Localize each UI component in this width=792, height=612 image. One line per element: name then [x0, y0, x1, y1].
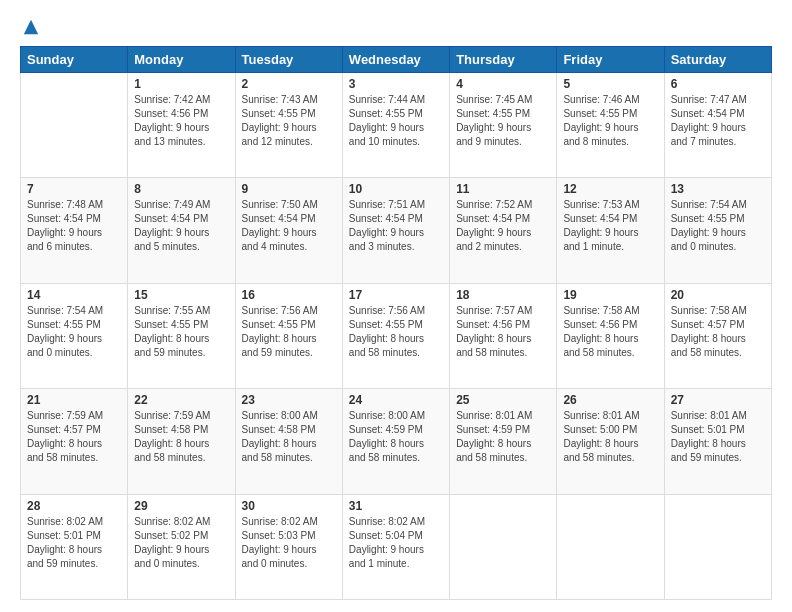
calendar-day-cell: 2Sunrise: 7:43 AMSunset: 4:55 PMDaylight… [235, 73, 342, 178]
calendar-day-cell: 31Sunrise: 8:02 AMSunset: 5:04 PMDayligh… [342, 494, 449, 599]
calendar-day-cell: 27Sunrise: 8:01 AMSunset: 5:01 PMDayligh… [664, 389, 771, 494]
day-info: Sunrise: 7:52 AMSunset: 4:54 PMDaylight:… [456, 198, 550, 254]
day-info: Sunrise: 8:02 AMSunset: 5:03 PMDaylight:… [242, 515, 336, 571]
day-of-week-header: Friday [557, 47, 664, 73]
calendar-day-cell: 19Sunrise: 7:58 AMSunset: 4:56 PMDayligh… [557, 283, 664, 388]
calendar-day-cell: 28Sunrise: 8:02 AMSunset: 5:01 PMDayligh… [21, 494, 128, 599]
day-number: 19 [563, 288, 657, 302]
day-of-week-header: Thursday [450, 47, 557, 73]
calendar-day-cell: 22Sunrise: 7:59 AMSunset: 4:58 PMDayligh… [128, 389, 235, 494]
calendar-day-cell: 14Sunrise: 7:54 AMSunset: 4:55 PMDayligh… [21, 283, 128, 388]
day-number: 25 [456, 393, 550, 407]
day-of-week-header: Saturday [664, 47, 771, 73]
day-info: Sunrise: 8:01 AMSunset: 5:00 PMDaylight:… [563, 409, 657, 465]
calendar-week-row: 21Sunrise: 7:59 AMSunset: 4:57 PMDayligh… [21, 389, 772, 494]
day-number: 10 [349, 182, 443, 196]
day-number: 20 [671, 288, 765, 302]
calendar-day-cell: 17Sunrise: 7:56 AMSunset: 4:55 PMDayligh… [342, 283, 449, 388]
day-info: Sunrise: 7:58 AMSunset: 4:56 PMDaylight:… [563, 304, 657, 360]
day-info: Sunrise: 7:53 AMSunset: 4:54 PMDaylight:… [563, 198, 657, 254]
day-of-week-header: Monday [128, 47, 235, 73]
day-info: Sunrise: 8:02 AMSunset: 5:02 PMDaylight:… [134, 515, 228, 571]
calendar-day-cell: 5Sunrise: 7:46 AMSunset: 4:55 PMDaylight… [557, 73, 664, 178]
day-info: Sunrise: 7:58 AMSunset: 4:57 PMDaylight:… [671, 304, 765, 360]
day-number: 29 [134, 499, 228, 513]
day-info: Sunrise: 7:45 AMSunset: 4:55 PMDaylight:… [456, 93, 550, 149]
logo-icon [22, 18, 40, 36]
calendar-day-cell: 16Sunrise: 7:56 AMSunset: 4:55 PMDayligh… [235, 283, 342, 388]
calendar-day-cell: 4Sunrise: 7:45 AMSunset: 4:55 PMDaylight… [450, 73, 557, 178]
calendar-day-cell: 26Sunrise: 8:01 AMSunset: 5:00 PMDayligh… [557, 389, 664, 494]
calendar-day-cell: 1Sunrise: 7:42 AMSunset: 4:56 PMDaylight… [128, 73, 235, 178]
day-info: Sunrise: 7:48 AMSunset: 4:54 PMDaylight:… [27, 198, 121, 254]
day-info: Sunrise: 7:47 AMSunset: 4:54 PMDaylight:… [671, 93, 765, 149]
day-of-week-header: Sunday [21, 47, 128, 73]
day-number: 22 [134, 393, 228, 407]
calendar-day-cell: 3Sunrise: 7:44 AMSunset: 4:55 PMDaylight… [342, 73, 449, 178]
day-info: Sunrise: 7:59 AMSunset: 4:57 PMDaylight:… [27, 409, 121, 465]
day-info: Sunrise: 7:57 AMSunset: 4:56 PMDaylight:… [456, 304, 550, 360]
day-number: 17 [349, 288, 443, 302]
calendar-week-row: 28Sunrise: 8:02 AMSunset: 5:01 PMDayligh… [21, 494, 772, 599]
day-number: 3 [349, 77, 443, 91]
calendar-day-cell: 18Sunrise: 7:57 AMSunset: 4:56 PMDayligh… [450, 283, 557, 388]
day-number: 16 [242, 288, 336, 302]
calendar-day-cell: 24Sunrise: 8:00 AMSunset: 4:59 PMDayligh… [342, 389, 449, 494]
calendar-day-cell [664, 494, 771, 599]
day-info: Sunrise: 8:02 AMSunset: 5:04 PMDaylight:… [349, 515, 443, 571]
day-info: Sunrise: 8:00 AMSunset: 4:59 PMDaylight:… [349, 409, 443, 465]
day-number: 31 [349, 499, 443, 513]
day-number: 13 [671, 182, 765, 196]
calendar-header-row: SundayMondayTuesdayWednesdayThursdayFrid… [21, 47, 772, 73]
day-number: 9 [242, 182, 336, 196]
day-info: Sunrise: 7:56 AMSunset: 4:55 PMDaylight:… [349, 304, 443, 360]
day-info: Sunrise: 7:44 AMSunset: 4:55 PMDaylight:… [349, 93, 443, 149]
calendar-day-cell: 20Sunrise: 7:58 AMSunset: 4:57 PMDayligh… [664, 283, 771, 388]
calendar-day-cell: 9Sunrise: 7:50 AMSunset: 4:54 PMDaylight… [235, 178, 342, 283]
logo [20, 18, 40, 36]
day-info: Sunrise: 7:56 AMSunset: 4:55 PMDaylight:… [242, 304, 336, 360]
day-of-week-header: Wednesday [342, 47, 449, 73]
calendar-week-row: 14Sunrise: 7:54 AMSunset: 4:55 PMDayligh… [21, 283, 772, 388]
day-number: 6 [671, 77, 765, 91]
day-number: 11 [456, 182, 550, 196]
day-number: 1 [134, 77, 228, 91]
svg-marker-0 [24, 20, 38, 34]
day-number: 15 [134, 288, 228, 302]
day-number: 18 [456, 288, 550, 302]
day-info: Sunrise: 7:43 AMSunset: 4:55 PMDaylight:… [242, 93, 336, 149]
calendar-day-cell [557, 494, 664, 599]
day-number: 28 [27, 499, 121, 513]
calendar-day-cell: 29Sunrise: 8:02 AMSunset: 5:02 PMDayligh… [128, 494, 235, 599]
day-info: Sunrise: 7:50 AMSunset: 4:54 PMDaylight:… [242, 198, 336, 254]
day-info: Sunrise: 8:02 AMSunset: 5:01 PMDaylight:… [27, 515, 121, 571]
day-number: 23 [242, 393, 336, 407]
day-info: Sunrise: 7:46 AMSunset: 4:55 PMDaylight:… [563, 93, 657, 149]
day-info: Sunrise: 8:01 AMSunset: 5:01 PMDaylight:… [671, 409, 765, 465]
day-number: 26 [563, 393, 657, 407]
day-info: Sunrise: 7:54 AMSunset: 4:55 PMDaylight:… [671, 198, 765, 254]
calendar-day-cell: 13Sunrise: 7:54 AMSunset: 4:55 PMDayligh… [664, 178, 771, 283]
calendar-week-row: 7Sunrise: 7:48 AMSunset: 4:54 PMDaylight… [21, 178, 772, 283]
calendar-day-cell [21, 73, 128, 178]
calendar-table: SundayMondayTuesdayWednesdayThursdayFrid… [20, 46, 772, 600]
day-number: 12 [563, 182, 657, 196]
day-of-week-header: Tuesday [235, 47, 342, 73]
calendar-day-cell: 10Sunrise: 7:51 AMSunset: 4:54 PMDayligh… [342, 178, 449, 283]
day-number: 21 [27, 393, 121, 407]
day-number: 30 [242, 499, 336, 513]
day-info: Sunrise: 8:01 AMSunset: 4:59 PMDaylight:… [456, 409, 550, 465]
day-number: 4 [456, 77, 550, 91]
calendar-day-cell: 25Sunrise: 8:01 AMSunset: 4:59 PMDayligh… [450, 389, 557, 494]
day-info: Sunrise: 7:54 AMSunset: 4:55 PMDaylight:… [27, 304, 121, 360]
day-number: 5 [563, 77, 657, 91]
calendar-day-cell: 23Sunrise: 8:00 AMSunset: 4:58 PMDayligh… [235, 389, 342, 494]
calendar-day-cell: 15Sunrise: 7:55 AMSunset: 4:55 PMDayligh… [128, 283, 235, 388]
page: SundayMondayTuesdayWednesdayThursdayFrid… [0, 0, 792, 612]
day-number: 14 [27, 288, 121, 302]
calendar-day-cell: 8Sunrise: 7:49 AMSunset: 4:54 PMDaylight… [128, 178, 235, 283]
day-info: Sunrise: 8:00 AMSunset: 4:58 PMDaylight:… [242, 409, 336, 465]
day-number: 27 [671, 393, 765, 407]
calendar-day-cell: 12Sunrise: 7:53 AMSunset: 4:54 PMDayligh… [557, 178, 664, 283]
day-info: Sunrise: 7:51 AMSunset: 4:54 PMDaylight:… [349, 198, 443, 254]
